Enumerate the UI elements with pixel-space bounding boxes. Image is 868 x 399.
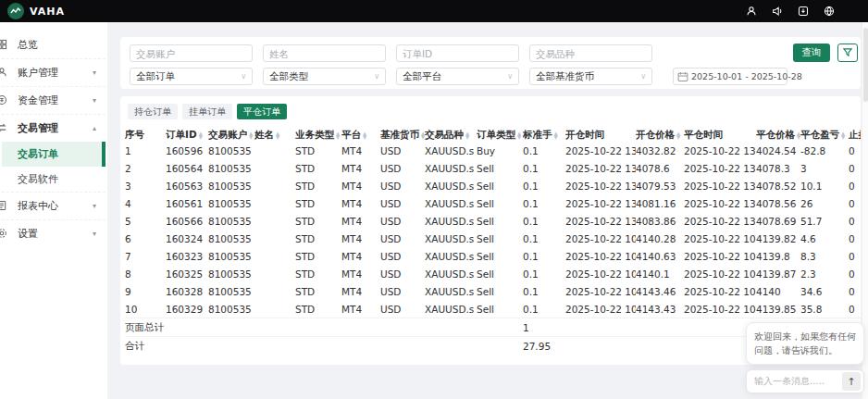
sidebar-block-3: 交易管理▴交易订单交易软件 bbox=[2, 115, 105, 193]
sort-icon[interactable]: ▲▼ bbox=[841, 131, 845, 139]
sidebar-block-2: 资金管理▾ bbox=[2, 87, 105, 115]
cell-交易品种: XAUUSD.s bbox=[425, 216, 477, 227]
cell-平仓价格: 4078.56 bbox=[756, 198, 800, 209]
column-header-开仓时间: 开仓时间 bbox=[565, 128, 636, 142]
cell-序号: 2 bbox=[125, 163, 166, 174]
download-icon[interactable] bbox=[797, 6, 809, 18]
cell-基准货币: USD bbox=[380, 181, 425, 192]
grand-total-label: 合计 bbox=[125, 340, 523, 353]
cell-标准手: 0.1 bbox=[523, 181, 565, 192]
cell-基准货币: USD bbox=[380, 251, 425, 262]
filter-input-1[interactable] bbox=[263, 44, 386, 62]
filter-input-3[interactable] bbox=[529, 44, 652, 62]
cell-序号: 3 bbox=[125, 181, 166, 192]
sidebar-item-label: 资金管理 bbox=[18, 94, 58, 107]
language-icon[interactable] bbox=[823, 6, 835, 18]
cell-平台: MT4 bbox=[341, 198, 380, 209]
column-header-姓名[interactable]: 姓名▲▼ bbox=[254, 128, 295, 142]
cell-标准手: 0.1 bbox=[523, 251, 565, 262]
cell-止损: 0 bbox=[849, 216, 861, 227]
sidebar-item-总览[interactable]: 总览 bbox=[2, 31, 105, 58]
cell-订单ID: 160564 bbox=[166, 163, 208, 174]
tab-持仓订单[interactable]: 持仓订单 bbox=[128, 104, 178, 119]
date-range-picker[interactable]: 2025-10-01 - 2025-10-28 bbox=[673, 68, 787, 85]
cell-订单类型: Sell bbox=[477, 251, 523, 262]
column-header-交易账户[interactable]: 交易账户▲▼ bbox=[208, 128, 254, 142]
search-button[interactable]: 查询 bbox=[793, 44, 830, 62]
column-header-订单类型[interactable]: 订单类型▲▼ bbox=[477, 128, 523, 142]
filter-row-inputs bbox=[130, 44, 861, 62]
column-header-开仓价格[interactable]: 开仓价格▲▼ bbox=[636, 128, 684, 142]
sort-icon[interactable]: ▲▼ bbox=[517, 131, 521, 139]
cell-平仓时间: 2025-10-22 13:36:56 bbox=[684, 198, 756, 209]
sort-icon[interactable]: ▲▼ bbox=[465, 131, 469, 139]
column-header-label: 止损 bbox=[849, 129, 861, 142]
filter-select-1[interactable]: 全部类型∨ bbox=[263, 68, 386, 85]
sidebar-subitem-交易订单[interactable]: 交易订单 bbox=[2, 142, 105, 167]
tab-平仓订单[interactable]: 平仓订单 bbox=[237, 104, 287, 119]
chevron-down-icon: ∨ bbox=[374, 72, 379, 81]
chat-input-placeholder: 输入一条消息..... bbox=[754, 375, 825, 388]
sidebar-item-交易管理[interactable]: 交易管理▴ bbox=[2, 115, 105, 142]
filter-input-0[interactable] bbox=[130, 44, 253, 62]
cell-业务类型: STD bbox=[295, 181, 341, 192]
filter-select-3[interactable]: 全部基准货币∨ bbox=[529, 68, 652, 85]
sidebar-item-label: 设置 bbox=[18, 227, 38, 241]
cell-开仓价格: 4140.28 bbox=[636, 233, 684, 244]
sidebar-subitem-交易软件[interactable]: 交易软件 bbox=[2, 167, 105, 192]
chevron-down-icon: ∨ bbox=[507, 72, 513, 81]
sidebar-item-账户管理[interactable]: 账户管理▾ bbox=[2, 59, 105, 86]
sort-icon[interactable]: ▲▼ bbox=[199, 131, 203, 139]
column-header-基准货币[interactable]: 基准货币▲▼ bbox=[380, 128, 425, 142]
cell-交易账户: 8100535 bbox=[208, 233, 254, 244]
column-header-label: 订单类型 bbox=[477, 129, 515, 142]
cell-业务类型: STD bbox=[295, 233, 341, 244]
cell-标准手: 0.1 bbox=[523, 304, 565, 315]
filter-select-0[interactable]: 全部订单∨ bbox=[130, 68, 253, 85]
cell-订单ID: 160596 bbox=[166, 145, 208, 156]
table-row: 91603288100535STDMT4USDXAUUSD.sSell0.120… bbox=[125, 282, 861, 300]
column-header-label: 平台 bbox=[341, 129, 361, 142]
cell-止损: 0 bbox=[849, 286, 861, 297]
cell-业务类型: STD bbox=[295, 198, 341, 209]
filter-select-2[interactable]: 全部平台∨ bbox=[396, 68, 519, 85]
sidebar-item-资金管理[interactable]: 资金管理▾ bbox=[2, 87, 105, 114]
cell-基准货币: USD bbox=[380, 198, 425, 209]
column-header-标准手[interactable]: 标准手▲▼ bbox=[523, 128, 565, 142]
column-header-平仓盈亏[interactable]: 平仓盈亏▲▼ bbox=[800, 128, 849, 142]
table-row: 41605618100535STDMT4USDXAUUSD.sSell0.120… bbox=[125, 194, 861, 212]
tab-挂单订单[interactable]: 挂单订单 bbox=[182, 104, 232, 119]
cell-平仓盈亏: 26 bbox=[800, 198, 849, 209]
column-header-label: 平仓盈亏 bbox=[800, 129, 839, 142]
column-header-订单ID[interactable]: 订单ID▲▼ bbox=[166, 128, 208, 142]
cell-标准手: 0.1 bbox=[523, 286, 565, 297]
sidebar-item-设置[interactable]: 设置▾ bbox=[2, 220, 105, 247]
sort-icon[interactable]: ▲▼ bbox=[676, 131, 680, 139]
sidebar-block-1: 账户管理▾ bbox=[2, 59, 105, 87]
cell-开仓价格: 4078.6 bbox=[636, 163, 684, 174]
announcement-icon[interactable] bbox=[771, 6, 783, 18]
sort-icon[interactable]: ▲▼ bbox=[336, 131, 340, 139]
sort-icon[interactable]: ▲▼ bbox=[363, 131, 366, 139]
sidebar-item-报表中心[interactable]: 报表中心▾ bbox=[2, 193, 105, 219]
sort-icon[interactable]: ▲▼ bbox=[276, 131, 279, 139]
column-header-业务类型[interactable]: 业务类型▲▼ bbox=[295, 128, 341, 142]
cell-平仓盈亏: 51.7 bbox=[800, 216, 849, 227]
send-arrow-icon[interactable]: ↑ bbox=[842, 372, 861, 391]
table-row: 21605648100535STDMT4USDXAUUSD.sSell0.120… bbox=[125, 159, 861, 177]
column-header-label: 平仓时间 bbox=[684, 129, 723, 142]
filter-export-button[interactable] bbox=[837, 44, 858, 62]
cell-开仓时间: 2025-10-22 10:48:18 bbox=[565, 304, 636, 315]
cell-基准货币: USD bbox=[380, 216, 425, 227]
sort-icon[interactable]: ▲▼ bbox=[554, 131, 558, 139]
column-header-平台[interactable]: 平台▲▼ bbox=[341, 128, 380, 142]
chat-input[interactable]: 输入一条消息..... ↑ bbox=[746, 369, 864, 393]
column-header-交易品种[interactable]: 交易品种▲▼ bbox=[425, 128, 477, 142]
user-icon[interactable] bbox=[745, 6, 757, 18]
sort-icon[interactable]: ▲▼ bbox=[249, 131, 253, 139]
filter-input-2[interactable] bbox=[396, 44, 519, 62]
scrollbar-thumb[interactable] bbox=[863, 28, 868, 102]
cell-平仓价格: 4139.85 bbox=[756, 304, 800, 315]
select-value: 全部基准货币 bbox=[536, 70, 594, 83]
column-header-平仓价格[interactable]: 平仓价格▲▼ bbox=[756, 128, 800, 142]
